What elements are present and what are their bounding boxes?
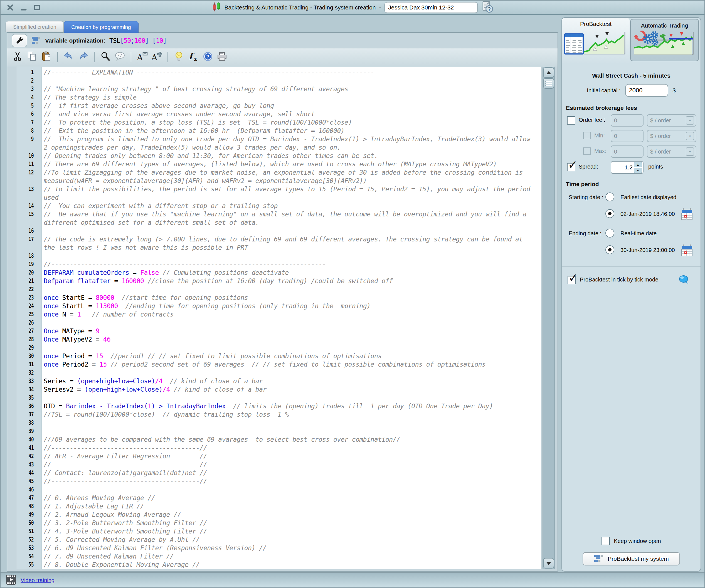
tab-creation-by-programming[interactable]: Creation by programming xyxy=(64,21,138,33)
search-button[interactable] xyxy=(99,51,112,63)
code-text[interactable]: // To limit the possibilities, the perio… xyxy=(41,185,531,202)
code-line[interactable]: 4// The strategy is simple xyxy=(17,93,541,101)
print-button[interactable] xyxy=(216,51,229,63)
code-text[interactable]: // To protect the position, a stop loss … xyxy=(41,118,531,127)
help-button[interactable]: ? xyxy=(201,51,214,63)
maximize-button[interactable] xyxy=(33,4,41,11)
code-text[interactable]: // Exit the position in the afternoon at… xyxy=(41,127,531,135)
code-line[interactable]: 32 xyxy=(17,369,541,377)
code-line[interactable]: 17// The code is extremely long (> 7.000… xyxy=(17,235,541,252)
code-text[interactable] xyxy=(41,252,531,260)
code-line[interactable]: 5// if first average crosses above secon… xyxy=(17,101,541,110)
code-text[interactable]: // // xyxy=(41,460,531,469)
code-text[interactable] xyxy=(41,344,531,352)
code-text[interactable] xyxy=(41,285,531,293)
code-line[interactable]: 30once Period = 15 //period1 // // set f… xyxy=(17,352,541,360)
code-text[interactable]: once Period2 = 15 // period2 second set … xyxy=(41,360,531,369)
code-text[interactable]: once N = 1 // number of contracts xyxy=(41,310,531,318)
code-line[interactable]: 48// 1. Adjustable Lag FIR // xyxy=(17,502,541,510)
variable-optimization-expression[interactable]: TSL[50;100] [10] xyxy=(109,37,167,44)
code-text[interactable]: // Opening trades only between 8:00 and … xyxy=(41,152,531,160)
cut-button[interactable] xyxy=(11,51,24,63)
code-line[interactable]: 41//------------------------------------… xyxy=(17,444,541,452)
spread-input[interactable]: 1.2 ▲▼ xyxy=(611,161,644,174)
code-line[interactable]: 33Series = (open+high+low+Close)/4 // ki… xyxy=(17,377,541,385)
minimize-button[interactable] xyxy=(20,4,27,11)
code-text[interactable] xyxy=(41,427,531,435)
code-line[interactable]: 36OTD = Barindex - TradeIndex(1) > Intra… xyxy=(17,402,541,410)
code-line[interactable]: 50// 3. 2-Pole Butterworth Smoothing Fil… xyxy=(17,519,541,527)
code-text[interactable] xyxy=(41,394,531,402)
code-line[interactable]: 56// 9. Exponential Least Square Moving … xyxy=(17,569,541,569)
code-text[interactable]: //--------------------------------------… xyxy=(41,260,531,268)
insert-function-button[interactable]: fx xyxy=(187,51,200,63)
code-text[interactable]: once StartE = 80000 //start time for ope… xyxy=(41,293,531,302)
code-text[interactable]: // Be aware that if you use this "machin… xyxy=(41,210,531,227)
redo-button[interactable] xyxy=(77,51,90,63)
keep-window-checkbox[interactable] xyxy=(602,537,610,545)
code-scrollbar[interactable] xyxy=(543,67,555,569)
code-text[interactable]: // There are 69 different types of avera… xyxy=(41,160,531,168)
earliest-date-radio[interactable] xyxy=(605,193,614,201)
code-line[interactable]: 44// Contact: laurenzo(at)gargamail(dot)… xyxy=(17,469,541,477)
code-line[interactable]: 47// 0. Ahrens Moving Average // xyxy=(17,494,541,502)
tab-probacktest[interactable]: ProBacktest xyxy=(562,18,629,64)
code-text[interactable]: ///69 averages to be compared with the s… xyxy=(41,435,531,444)
code-text[interactable]: // 6. d9 Unscented Kalman Filter (Respon… xyxy=(41,544,531,552)
code-line[interactable]: 38 xyxy=(17,419,541,427)
code-text[interactable]: // This program is limmited to only one … xyxy=(41,135,531,152)
run-backtest-button[interactable]: ProBacktest my system xyxy=(582,552,680,566)
video-training-link[interactable]: Video training xyxy=(20,577,54,584)
code-text[interactable] xyxy=(41,485,531,494)
code-line[interactable]: 6// and vice versa first average crosses… xyxy=(17,110,541,118)
code-line[interactable]: 13// To limit the possibilities, the per… xyxy=(17,185,541,202)
code-line[interactable]: 16 xyxy=(17,227,541,235)
code-line[interactable]: 25once N = 1 // number of contracts xyxy=(17,310,541,318)
ending-date-calendar-icon[interactable] xyxy=(681,244,693,258)
scroll-up-button[interactable] xyxy=(543,67,554,78)
code-line[interactable]: 51// 4. 3-Pole Butterworth Smoothing Fil… xyxy=(17,527,541,535)
code-text[interactable]: //TSL = round(100/10000*close) // dynami… xyxy=(41,410,531,419)
code-text[interactable] xyxy=(41,369,531,377)
code-text[interactable]: Seriesv2 = (open+high+low+Close)/4 // ki… xyxy=(41,385,531,394)
code-line[interactable]: 10// Opening trades only between 8:00 an… xyxy=(17,152,541,160)
variable-optimization-button[interactable] xyxy=(12,34,27,47)
code-text[interactable] xyxy=(41,318,531,327)
code-line[interactable]: 8// Exit the position in the afternoon a… xyxy=(17,127,541,135)
system-name-input[interactable] xyxy=(384,2,478,13)
code-text[interactable]: // 8. Double Exponential Moving Average … xyxy=(41,560,531,569)
code-text[interactable]: // 9. Exponential Least Square Moving Av… xyxy=(41,569,531,569)
code-line[interactable]: 20DEFPARAM cumulateOrders = False // Cum… xyxy=(17,268,541,277)
tab-simplified-creation[interactable]: Simplified creation xyxy=(6,21,64,32)
stepper-down-icon[interactable]: ▼ xyxy=(634,168,642,173)
code-text[interactable]: // 0. Ahrens Moving Average // xyxy=(41,494,531,502)
code-line[interactable]: 18 xyxy=(17,252,541,260)
code-text[interactable]: OTD = Barindex - TradeIndex(1) > Intrada… xyxy=(41,402,531,410)
code-line[interactable]: 14// You can experiment with a different… xyxy=(17,202,541,210)
code-text[interactable]: // 2. Arnaud Legoux Moving Average // xyxy=(41,510,531,519)
code-text[interactable]: //--------------------------------------… xyxy=(41,444,531,452)
font-increase-button[interactable]: A xyxy=(150,51,163,63)
code-line[interactable]: 29 xyxy=(17,344,541,352)
code-line[interactable]: 23once StartE = 80000 //start time for o… xyxy=(17,293,541,302)
video-film-icon[interactable] xyxy=(6,574,17,586)
code-line[interactable]: 34Seriesv2 = (open+high+low+Close)/4 // … xyxy=(17,385,541,394)
copy-button[interactable] xyxy=(26,51,38,63)
close-button[interactable] xyxy=(7,4,14,11)
code-line[interactable]: 27Once MAType = 9 xyxy=(17,327,541,335)
font-decrease-button[interactable]: A xyxy=(136,51,149,63)
undo-button[interactable] xyxy=(62,51,75,63)
code-text[interactable]: Once MAType = 9 xyxy=(41,327,531,335)
code-line[interactable]: 3// "Machine learning strategy " of best… xyxy=(17,85,541,93)
code-line[interactable]: 28Once MATypeV2 = 46 xyxy=(17,335,541,344)
code-line[interactable]: 40///69 averages to be compared with the… xyxy=(17,435,541,444)
code-text[interactable]: once StartL = 113000 //ending time for o… xyxy=(41,302,531,310)
code-line[interactable]: 9// This program is limmited to only one… xyxy=(17,135,541,152)
code-editor[interactable]: 1//---------- EXPLANATION --------------… xyxy=(17,67,542,569)
spread-stepper[interactable]: ▲▼ xyxy=(634,162,642,173)
code-text[interactable]: once Period = 15 //period1 // // set fix… xyxy=(41,352,531,360)
code-line[interactable]: 39 xyxy=(17,427,541,435)
code-line[interactable]: 31once Period2 = 15 // period2 second se… xyxy=(17,360,541,369)
code-text[interactable]: // 3. 2-Pole Butterworth Smoothing Filte… xyxy=(41,519,531,527)
code-text[interactable]: // if first average crosses above second… xyxy=(41,101,531,110)
